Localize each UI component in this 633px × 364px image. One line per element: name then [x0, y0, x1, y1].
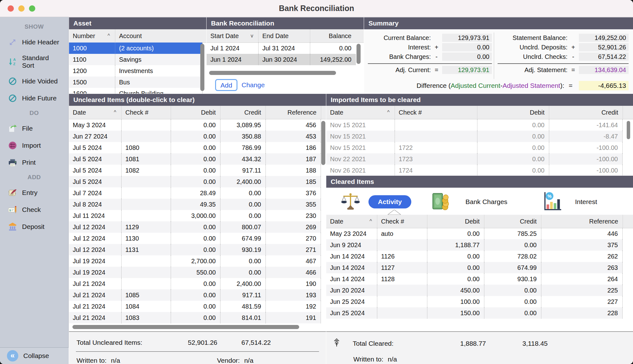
- vertical-scrollbar[interactable]: [200, 44, 204, 91]
- collapse-bar[interactable]: « Collapse: [0, 347, 69, 364]
- table-row[interactable]: Jul 5 20240.002,400.00185: [69, 176, 321, 187]
- table-row[interactable]: Jul 5 202410810.00434.32187: [69, 153, 321, 165]
- zoom-window-button[interactable]: [29, 5, 35, 12]
- table-row[interactable]: Jul 12 202411300.00674.99270: [69, 233, 321, 244]
- sidebar-item-standard-sort[interactable]: AZ Standard Sort: [0, 54, 68, 69]
- table-row[interactable]: 1100Savings: [69, 54, 202, 65]
- table-row[interactable]: Jul 5 202410800.00786.99186: [69, 142, 321, 153]
- table-row[interactable]: Jun 25 2024150.000.00228: [326, 307, 623, 319]
- close-window-button[interactable]: [8, 5, 14, 12]
- add-button[interactable]: Add: [215, 79, 237, 91]
- table-row[interactable]: 1500Bus: [69, 77, 202, 88]
- sidebar-section-add: ADD: [0, 174, 68, 181]
- table-row[interactable]: 1000(2 accounts): [69, 43, 202, 54]
- change-button[interactable]: Change: [242, 79, 265, 91]
- table-cell: Jun 27 2024: [69, 131, 121, 142]
- table-row[interactable]: May 3 20240.003,089.95456: [69, 119, 321, 131]
- table-row[interactable]: Nov 22 202117230.00-100.00: [326, 153, 623, 165]
- table-row[interactable]: Jul 21 202410850.00917.11193: [69, 289, 321, 301]
- table-cell: Jul 11 2024: [69, 210, 121, 221]
- column-header-balance[interactable]: Balance: [310, 29, 356, 43]
- table-row[interactable]: 1200Investments: [69, 65, 202, 77]
- table-row[interactable]: Jul 1 2024Jul 31 20240.00: [207, 43, 356, 54]
- column-header-date[interactable]: Date^: [326, 215, 377, 228]
- column-header-check[interactable]: Check #: [377, 215, 427, 228]
- sidebar-item-file[interactable]: File: [0, 123, 68, 134]
- vertical-scrollbar[interactable]: [627, 121, 630, 139]
- written-to-field: Written to:n/a: [326, 355, 633, 363]
- table-cell: 930.19: [220, 244, 265, 255]
- imported-panel-title: Imported Items to be cleared: [326, 94, 633, 106]
- column-header-date[interactable]: Date^: [69, 106, 121, 119]
- table-row[interactable]: Jul 5 202410820.00917.11188: [69, 165, 321, 176]
- minimize-window-button[interactable]: [18, 5, 25, 12]
- table-cell: 1129: [121, 221, 171, 233]
- column-header-debit[interactable]: Debit: [171, 106, 220, 119]
- column-header-reference[interactable]: Reference: [541, 215, 623, 228]
- column-header-debit[interactable]: Debit: [477, 106, 549, 119]
- table-row[interactable]: Jul 12 202411290.00800.07269: [69, 221, 321, 233]
- table-cell: 149,252.00: [310, 54, 356, 65]
- table-row[interactable]: Jun 14 202411280.00930.19264: [326, 273, 623, 285]
- table-row[interactable]: Jun 9 20241,188.770.00375: [326, 239, 623, 251]
- column-header-credit[interactable]: Credit: [549, 106, 623, 119]
- column-header-reference[interactable]: Reference: [265, 106, 321, 119]
- table-row[interactable]: Jun 20 2024450.000.00225: [326, 285, 623, 296]
- column-header-date[interactable]: Date^: [326, 106, 395, 119]
- table-row[interactable]: Nov 26 202117240.00-100.00: [326, 165, 623, 176]
- table-row[interactable]: Jul 21 202410830.00814.01191: [69, 312, 321, 323]
- sidebar-item-hide-voided[interactable]: Hide Voided: [0, 76, 68, 86]
- table-row[interactable]: Jul 8 202449.350.00355: [69, 199, 321, 210]
- table-row[interactable]: Jul 19 20242,700.000.00467: [69, 255, 321, 267]
- table-row[interactable]: 1600Church Building: [69, 88, 202, 94]
- table-row[interactable]: Jul 11 20243,000.000.00230: [69, 210, 321, 221]
- table-row[interactable]: Jul 12 202411310.00930.19271: [69, 244, 321, 255]
- table-cell: 270: [265, 233, 321, 244]
- table-row[interactable]: Jul 21 202410840.00481.59192: [69, 301, 321, 312]
- table-cell: 814.01: [220, 312, 265, 323]
- table-cell: 1128: [377, 273, 427, 285]
- tab-bank-charges[interactable]: Bank Charges: [430, 191, 507, 213]
- table-cell: 49.35: [171, 199, 220, 210]
- table-row[interactable]: Jun 14 202411270.00674.99263: [326, 262, 623, 273]
- sidebar-item-hide-header[interactable]: Hide Header: [0, 37, 68, 47]
- table-row[interactable]: May 23 2024auto0.00785.25446: [326, 228, 623, 239]
- column-header-start-date[interactable]: Start Datev: [207, 29, 258, 43]
- table-row[interactable]: Jun 25 2024100.000.00227: [326, 296, 623, 307]
- column-header-check[interactable]: Check #: [121, 106, 171, 119]
- vertical-scrollbar[interactable]: [356, 44, 361, 64]
- table-row[interactable]: Jun 27 20240.00350.88453: [69, 131, 321, 142]
- horizontal-scrollbar[interactable]: [209, 71, 336, 75]
- sidebar-item-print[interactable]: Print: [0, 157, 68, 168]
- horizontal-scrollbar[interactable]: [72, 325, 299, 329]
- uncleared-total-debit: 52,901.26: [163, 339, 217, 346]
- svg-text:A: A: [13, 58, 16, 61]
- table-row[interactable]: Jun 1 2024Jun 30 2024149,252.00: [207, 54, 356, 65]
- tab-interest[interactable]: % Interest: [541, 191, 597, 213]
- column-header-check[interactable]: Check #: [395, 106, 477, 119]
- sidebar-item-hide-future[interactable]: Hide Future: [0, 93, 68, 103]
- table-cell: 0.00: [171, 221, 220, 233]
- table-row[interactable]: Jul 19 2024550.000.00466: [69, 267, 321, 278]
- column-header-number[interactable]: Number^: [69, 29, 115, 43]
- table-row[interactable]: Jul 7 202428.490.00376: [69, 187, 321, 199]
- column-header-debit[interactable]: Debit: [427, 215, 484, 228]
- table-cell: 434.32: [220, 153, 265, 165]
- sidebar-item-check[interactable]: $ Check: [0, 205, 68, 215]
- table-row[interactable]: Jun 14 202411260.00728.02262: [326, 251, 623, 262]
- written-to-value: n/a: [111, 357, 120, 364]
- column-header-end-date[interactable]: End Date: [258, 29, 310, 43]
- vertical-scrollbar[interactable]: [321, 121, 325, 165]
- column-header-credit[interactable]: Credit: [484, 215, 541, 228]
- table-row[interactable]: Nov 15 202117220.00-100.00: [326, 142, 623, 153]
- table-cell: 192: [265, 301, 321, 312]
- column-header-account[interactable]: Account: [115, 29, 206, 43]
- sidebar-item-deposit[interactable]: Deposit: [0, 222, 68, 232]
- table-cell: 0.00: [442, 43, 492, 51]
- table-row[interactable]: Jul 21 20240.002,400.00190: [69, 278, 321, 289]
- sidebar-item-import[interactable]: Import: [0, 140, 68, 151]
- sidebar-item-entry[interactable]: Entry: [0, 188, 68, 198]
- table-row[interactable]: Nov 15 20210.00-141.64: [326, 119, 623, 131]
- column-header-credit[interactable]: Credit: [220, 106, 265, 119]
- table-row[interactable]: Nov 15 20210.00-8.47: [326, 131, 623, 142]
